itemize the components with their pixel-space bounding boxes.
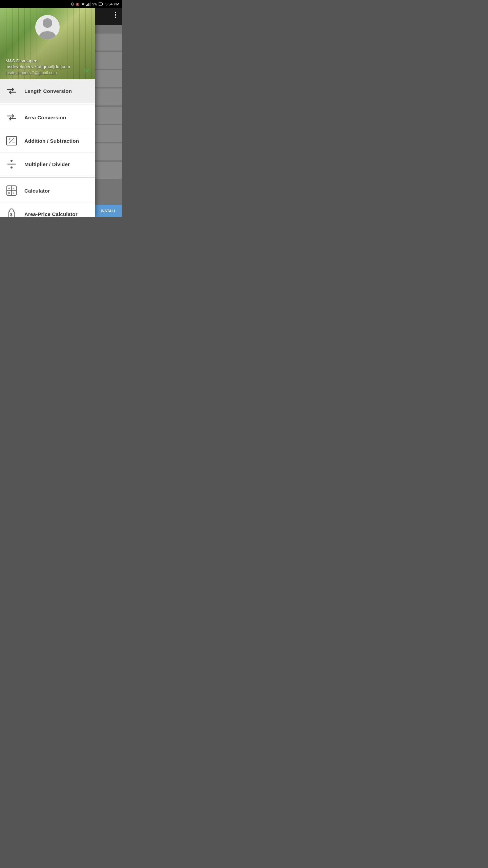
mute-icon: 🔇 [76, 2, 80, 6]
profile-info: M&S Developers msdevelopers.7[at]gmail[d… [5, 58, 89, 75]
svg-rect-5 [88, 3, 89, 6]
svg-text:−: − [13, 187, 14, 190]
svg-point-14 [43, 18, 52, 28]
drawer-header: M&S Developers msdevelopers.7[at]gmail[d… [0, 8, 95, 79]
length-conversion-label: Length Conversion [24, 88, 72, 94]
bg-list-item [95, 125, 122, 142]
bg-list-item [95, 162, 122, 179]
bg-list-item [95, 107, 122, 124]
navigation-drawer: M&S Developers msdevelopers.7[at]gmail[d… [0, 8, 95, 217]
svg-text:−: − [12, 139, 15, 145]
calculator-icon: + − × ÷ [5, 184, 18, 197]
header-background: M&S Developers msdevelopers.7[at]gmail[d… [0, 8, 95, 79]
bg-list-item [95, 70, 122, 87]
svg-rect-9 [102, 3, 103, 5]
area-price-calculator-label: Area-Price Calculator [24, 211, 78, 217]
svg-point-12 [115, 14, 116, 16]
background-content: INSTALL [95, 8, 122, 217]
multiplier-divider-label: Multiplier / Divider [24, 161, 70, 167]
sidebar-item-length-conversion[interactable]: Length Conversion [0, 79, 95, 103]
conversion-icon [5, 85, 18, 97]
more-menu-button[interactable] [95, 8, 122, 25]
divider [0, 104, 95, 104]
sidebar-item-area-conversion[interactable]: Area Conversion [0, 106, 95, 129]
multiplier-icon [5, 158, 18, 170]
svg-text:+: + [8, 187, 10, 190]
battery-icon [99, 2, 103, 6]
profile-email: msdevelopers.7@gmail.com [5, 71, 89, 75]
svg-point-11 [115, 12, 116, 13]
svg-rect-4 [87, 4, 88, 6]
bg-list-item [95, 88, 122, 105]
signal-icon [86, 2, 91, 6]
sidebar-item-addition-subtraction[interactable]: + − Addition / Subtraction [0, 129, 95, 153]
svg-rect-10 [99, 3, 99, 5]
bg-list-item [95, 143, 122, 160]
divider [0, 177, 95, 178]
time-display: 5:54 PM [105, 2, 119, 6]
svg-text:+: + [8, 136, 11, 141]
status-bar: ! 🔇 9% 5:54 PM [0, 0, 122, 8]
svg-text:!: ! [72, 3, 73, 5]
svg-text:$: $ [10, 212, 13, 217]
sidebar-item-calculator[interactable]: + − × ÷ Calculator [0, 179, 95, 202]
install-button[interactable]: INSTALL [95, 205, 122, 217]
svg-point-19 [11, 160, 13, 162]
wifi-icon [81, 2, 85, 6]
svg-rect-6 [89, 3, 90, 6]
bg-list-item [95, 52, 122, 69]
calculator-label: Calculator [24, 188, 50, 194]
svg-text:÷: ÷ [13, 191, 14, 195]
install-label: INSTALL [101, 209, 116, 213]
area-conversion-label: Area Conversion [24, 115, 66, 120]
addition-subtraction-icon: + − [5, 135, 18, 147]
svg-text:🔇: 🔇 [76, 2, 80, 6]
svg-point-21 [11, 166, 13, 169]
svg-rect-7 [90, 2, 91, 6]
notification-icon: ! [71, 2, 74, 6]
avatar-silhouette [35, 15, 60, 39]
status-icons: ! 🔇 9% 5:54 PM [71, 2, 119, 6]
price-calculator-icon: $ [5, 208, 18, 217]
svg-rect-3 [86, 5, 87, 6]
drawer-menu: Length Conversion Area Conversion + [0, 79, 95, 217]
profile-name: M&S Developers msdevelopers.7[at]gmail[d… [5, 58, 89, 70]
area-icon [5, 111, 18, 123]
sidebar-item-multiplier-divider[interactable]: Multiplier / Divider [0, 153, 95, 176]
account-dropdown-button[interactable] [84, 68, 89, 73]
sidebar-item-area-price-calculator[interactable]: $ Area-Price Calculator [0, 202, 95, 217]
svg-text:×: × [8, 191, 10, 195]
more-vertical-icon [113, 11, 119, 19]
avatar[interactable] [35, 15, 60, 39]
addition-subtraction-label: Addition / Subtraction [24, 138, 79, 144]
bg-list [95, 33, 122, 179]
svg-point-13 [115, 17, 116, 18]
battery-text: 9% [93, 2, 97, 6]
bg-list-item [95, 34, 122, 51]
